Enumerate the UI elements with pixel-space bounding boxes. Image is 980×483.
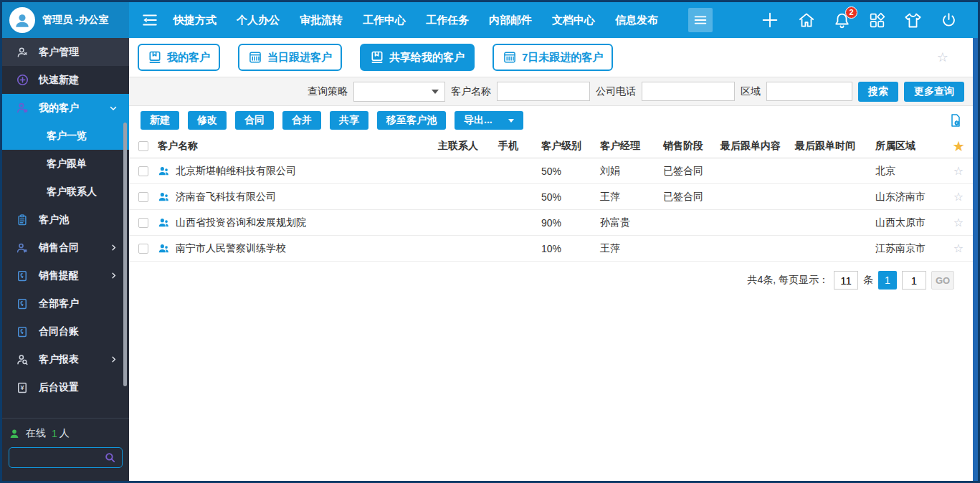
customer-name-link[interactable]: 山西省投资咨询和发展规划院 [176, 216, 306, 229]
clipboard-icon [15, 214, 29, 226]
sidebar-item-sales-reminders[interactable]: 销售提醒 [2, 262, 129, 290]
page-button-1[interactable]: 1 [878, 271, 897, 290]
row-star-icon[interactable]: ☆ [944, 216, 973, 229]
sidebar-item-quick-create[interactable]: 快速新建 [2, 66, 129, 94]
header-mobile[interactable]: 手机 [498, 140, 536, 153]
strategy-label: 查询策略 [308, 85, 348, 98]
strategy-select[interactable] [353, 82, 445, 102]
star-header-icon[interactable]: ★ [944, 139, 973, 154]
nav-item-info-publish[interactable]: 信息发布 [615, 14, 658, 27]
person-doc-icon [15, 242, 29, 254]
nav-item-internal-mail[interactable]: 内部邮件 [489, 14, 532, 27]
customer-name-link[interactable]: 北京斯堪帕维科技有限公司 [176, 165, 296, 178]
notifications-bell-icon[interactable]: 2 [833, 11, 851, 29]
sidebar-item-label: 后台设置 [39, 381, 79, 394]
cell-manager: 孙富贵 [600, 216, 663, 229]
header-last-followup-time[interactable]: 最后跟单时间 [795, 140, 875, 153]
menu-fold-icon[interactable] [141, 11, 159, 29]
table-row: 北京斯堪帕维科技有限公司 50% 刘娟 已签合同 北京 ☆ [129, 158, 973, 184]
svg-text:¥: ¥ [20, 384, 24, 391]
cell-region: 江苏南京市 [875, 242, 944, 255]
customer-group-icon [158, 165, 170, 177]
tab-label: 当日跟进客户 [267, 51, 332, 64]
row-checkbox[interactable] [138, 166, 148, 176]
create-button[interactable]: 新建 [141, 111, 179, 130]
row-star-icon[interactable]: ☆ [944, 164, 973, 178]
search-button[interactable]: 搜索 [858, 82, 898, 102]
sidebar-item-sales-contracts[interactable]: 销售合同 [2, 234, 129, 262]
edit-button[interactable]: 修改 [188, 111, 227, 130]
row-star-icon[interactable]: ☆ [944, 242, 973, 255]
header-last-followup-content[interactable]: 最后跟单内容 [720, 140, 795, 153]
row-checkbox[interactable] [138, 218, 148, 228]
sidebar-scrollbar[interactable] [123, 123, 127, 386]
sidebar-item-my-customers[interactable]: 我的客户 [2, 94, 129, 122]
book-icon [370, 50, 384, 64]
sidebar-item-customer-pool[interactable]: 客户池 [2, 206, 129, 234]
table-row: 山西省投资咨询和发展规划院 90% 孙富贵 山西太原市 ☆ [129, 210, 973, 236]
sidebar-item-all-customers[interactable]: 全部客户 [2, 290, 129, 317]
header-main-contact[interactable]: 主联系人 [438, 140, 498, 153]
home-icon[interactable] [797, 11, 816, 29]
nav-item-work-tasks[interactable]: 工作任务 [426, 14, 469, 27]
theme-shirt-icon[interactable] [903, 11, 923, 30]
apps-grid-icon[interactable] [868, 11, 886, 29]
header-customer-manager[interactable]: 客户经理 [600, 140, 663, 153]
customer-name-link[interactable]: 济南奋飞科技有限公司 [176, 191, 276, 204]
region-input[interactable] [766, 82, 852, 101]
header-sales-stage[interactable]: 销售阶段 [663, 140, 720, 153]
favorite-page-star-icon[interactable]: ☆ [937, 49, 948, 65]
power-icon[interactable] [940, 11, 958, 29]
header-customer-level[interactable]: 客户级别 [536, 140, 600, 153]
grid-settings-icon[interactable] [948, 113, 963, 128]
tab-7days-no-followup[interactable]: 7日未跟进的客户 [493, 44, 613, 71]
calendar-icon [503, 50, 517, 64]
header-region[interactable]: 所属区域 [875, 140, 944, 153]
nav-item-personal-office[interactable]: 个人办公 [237, 14, 280, 27]
customer-name-input[interactable] [497, 82, 590, 101]
row-star-icon[interactable]: ☆ [944, 190, 973, 204]
nav-item-document-center[interactable]: 文档中心 [552, 14, 595, 27]
move-to-pool-button[interactable]: 移至客户池 [377, 111, 446, 130]
tab-shared-with-me[interactable]: 共享给我的客户 [360, 44, 475, 71]
add-icon[interactable] [760, 10, 780, 30]
nav-item-approval-flow[interactable]: 审批流转 [300, 14, 343, 27]
nav-item-work-center[interactable]: 工作中心 [363, 14, 406, 27]
customer-name-link[interactable]: 南宁市人民警察训练学校 [176, 242, 286, 255]
sidebar-item-customer-management[interactable]: 客户管理 [2, 38, 129, 66]
export-button[interactable]: 导出... [455, 111, 523, 130]
user-area[interactable]: 管理员 -办公室 [2, 2, 129, 38]
more-search-button[interactable]: 更多查询 [904, 82, 964, 102]
sidebar-item-customer-list[interactable]: 客户一览 [2, 122, 129, 150]
go-button[interactable]: GO [931, 271, 954, 290]
contract-button[interactable]: 合同 [235, 111, 274, 130]
per-page-input[interactable] [834, 271, 858, 290]
sidebar-search-input[interactable] [15, 452, 104, 463]
goto-page-input[interactable] [902, 271, 926, 290]
online-status: 在线 1 人 [9, 427, 123, 440]
sidebar-item-customer-reports[interactable]: 客户报表 [2, 345, 129, 373]
action-row: 新建 修改 合同 合并 共享 移至客户池 导出... [129, 106, 973, 135]
cell-manager: 王萍 [600, 191, 663, 204]
sidebar-item-customer-follow[interactable]: 客户跟单 [2, 150, 129, 178]
top-nav: 快捷方式 个人办公 审批流转 工作中心 工作任务 内部邮件 文档中心 信息发布 [173, 14, 658, 27]
row-checkbox[interactable] [138, 244, 148, 254]
user-avatar [9, 7, 35, 33]
select-all-checkbox[interactable] [138, 141, 148, 151]
share-button[interactable]: 共享 [330, 111, 368, 130]
merge-button[interactable]: 合并 [282, 111, 321, 130]
sidebar-item-customer-contacts[interactable]: 客户联系人 [2, 178, 129, 206]
row-checkbox[interactable] [138, 192, 148, 202]
cell-level: 90% [536, 217, 600, 229]
company-phone-input[interactable] [642, 82, 735, 101]
window-scrollbar[interactable] [973, 38, 978, 481]
header-customer-name[interactable]: 客户名称 [158, 140, 438, 153]
calendar-icon [248, 50, 262, 64]
sidebar-item-contract-ledger[interactable]: 合同台账 [2, 317, 129, 345]
search-icon[interactable] [104, 451, 116, 464]
more-menu-icon[interactable] [688, 8, 713, 32]
nav-item-shortcuts[interactable]: 快捷方式 [173, 14, 217, 27]
tab-my-customers[interactable]: 我的客户 [138, 44, 220, 71]
sidebar-item-backend-settings[interactable]: ¥ 后台设置 [2, 373, 129, 401]
tab-today-followup[interactable]: 当日跟进客户 [238, 44, 342, 71]
